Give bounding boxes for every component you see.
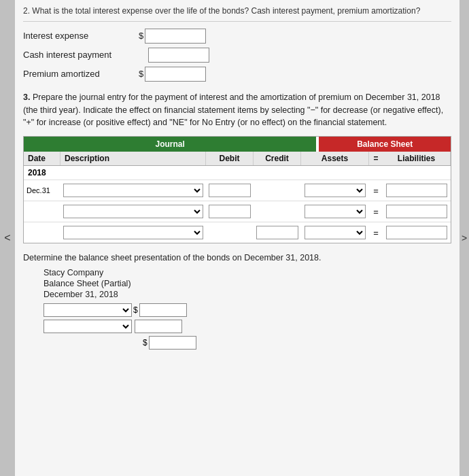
liabilities-input-1[interactable] xyxy=(386,184,447,197)
cell-desc-1[interactable] xyxy=(60,182,206,199)
cell-debit-3 xyxy=(206,231,254,234)
assets-select-2[interactable] xyxy=(305,205,366,218)
table-row: Dec. 31 = xyxy=(24,180,451,201)
cell-date-2 xyxy=(24,210,60,213)
interest-expense-input[interactable] xyxy=(145,29,206,44)
cash-interest-label: Cash interest payment xyxy=(23,50,139,60)
bs-select-1[interactable] xyxy=(44,303,132,317)
day-label: 31 xyxy=(42,186,50,194)
bs-select-2[interactable] xyxy=(44,320,132,333)
company-name: Stacy Company xyxy=(44,268,451,277)
column-labels-row: Date Description Debit Credit Assets = L… xyxy=(24,152,451,166)
bs-input-2[interactable] xyxy=(135,320,182,333)
table-row: = xyxy=(24,222,451,243)
cell-credit-3[interactable] xyxy=(254,224,301,241)
bs-input-3[interactable] xyxy=(149,336,196,350)
debit-input-2[interactable] xyxy=(209,205,251,218)
main-content: 2. What is the total interest expense ov… xyxy=(15,0,459,476)
dollar-sign-2: $ xyxy=(139,69,143,79)
interest-expense-row: Interest expense $ xyxy=(23,29,451,44)
desc-select-2[interactable] xyxy=(63,205,203,218)
liabilities-input-3[interactable] xyxy=(386,226,447,239)
determine-text: Determine the balance sheet presentation… xyxy=(23,253,451,262)
cell-desc-3[interactable] xyxy=(60,224,206,241)
col-credit: Credit xyxy=(254,152,301,165)
cell-liabilities-3[interactable] xyxy=(383,224,451,241)
bs-row-2 xyxy=(44,320,451,333)
table-row: = xyxy=(24,201,451,222)
cash-interest-input[interactable] xyxy=(148,48,209,63)
col-date: Date xyxy=(24,152,60,165)
col-liabilities: Liabilities xyxy=(383,152,451,165)
cell-desc-2[interactable] xyxy=(60,203,206,220)
bs-input-1[interactable] xyxy=(139,303,187,317)
desc-select-3[interactable] xyxy=(63,226,203,239)
cell-debit-1[interactable] xyxy=(206,182,254,199)
month-label: Dec. xyxy=(27,186,42,194)
left-chevron-icon: < xyxy=(4,232,10,244)
balance-sheet-header: Balance Sheet xyxy=(319,137,451,152)
premium-amortized-row: Premium amortized $ xyxy=(23,67,451,82)
cell-debit-2[interactable] xyxy=(206,203,254,220)
debit-input-1[interactable] xyxy=(209,184,251,197)
journal-header: Journal xyxy=(24,137,316,152)
cell-date-1: Dec. 31 xyxy=(24,185,60,196)
bs-title: Balance Sheet (Partial) xyxy=(44,279,451,288)
premium-amortized-input[interactable] xyxy=(145,67,206,82)
cell-equals-3: = xyxy=(369,226,383,239)
balance-sheet-section: Stacy Company Balance Sheet (Partial) De… xyxy=(44,268,451,350)
journal-header-row: Journal Balance Sheet xyxy=(24,137,451,152)
bs-dollar-3: $ xyxy=(143,338,147,347)
cell-credit-2 xyxy=(254,210,301,213)
left-nav-arrow[interactable]: < xyxy=(0,0,15,476)
year-label: 2018 xyxy=(28,168,46,177)
cell-liabilities-2[interactable] xyxy=(383,203,451,220)
question-3-text: 3. Prepare the journal entry for the pay… xyxy=(23,91,451,129)
cell-liabilities-1[interactable] xyxy=(383,182,451,199)
cell-credit-1 xyxy=(254,189,301,192)
bs-date: December 31, 2018 xyxy=(44,290,451,299)
bs-dollar-1: $ xyxy=(133,305,138,315)
right-nav-arrow[interactable]: > xyxy=(459,0,469,476)
question-2-text: 2. What is the total interest expense ov… xyxy=(23,5,451,22)
assets-select-3[interactable] xyxy=(305,226,366,239)
cell-assets-3[interactable] xyxy=(301,224,369,241)
right-chevron-icon: > xyxy=(462,233,467,243)
desc-select-1[interactable] xyxy=(63,184,203,197)
cell-equals-1: = xyxy=(369,184,383,197)
dollar-sign-1: $ xyxy=(139,31,143,41)
col-description: Description xyxy=(60,152,206,165)
col-equals: = xyxy=(369,152,383,165)
journal-table: Journal Balance Sheet Date Description D… xyxy=(23,136,451,243)
cell-date-3 xyxy=(24,231,60,234)
col-debit: Debit xyxy=(206,152,254,165)
year-row: 2018 xyxy=(24,166,451,180)
cell-assets-2[interactable] xyxy=(301,203,369,220)
premium-amortized-label: Premium amortized xyxy=(23,69,139,79)
credit-input-3[interactable] xyxy=(256,226,298,239)
cell-equals-2: = xyxy=(369,205,383,218)
cell-assets-1[interactable] xyxy=(301,182,369,199)
bs-row-3: $ xyxy=(44,336,451,350)
bs-row-1: $ xyxy=(44,303,451,317)
liabilities-input-2[interactable] xyxy=(386,205,447,218)
cash-interest-row: Cash interest payment xyxy=(23,48,451,63)
col-assets: Assets xyxy=(301,152,369,165)
interest-expense-label: Interest expense xyxy=(23,31,139,41)
assets-select-1[interactable] xyxy=(305,184,366,197)
